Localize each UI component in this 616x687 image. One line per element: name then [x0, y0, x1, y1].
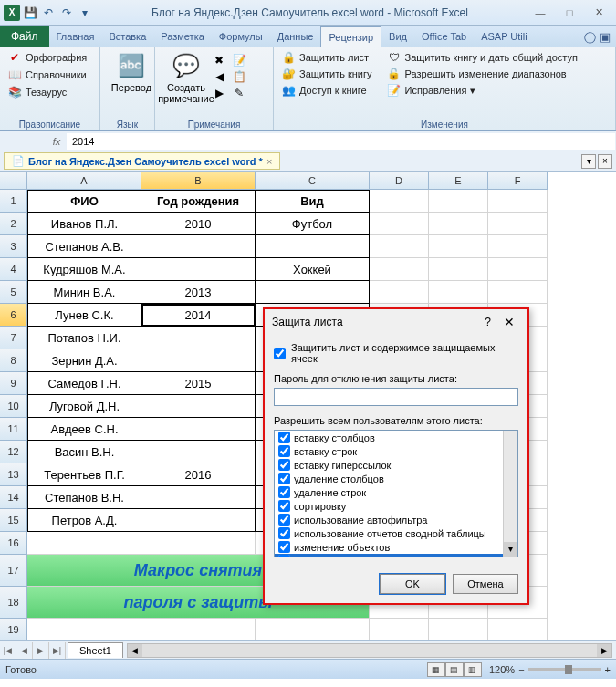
permission-checkbox[interactable]: [278, 555, 290, 557]
ribbon-min-icon[interactable]: ▣: [600, 30, 611, 47]
dialog-help-icon[interactable]: ?: [477, 316, 498, 328]
row-header[interactable]: 5: [0, 281, 27, 304]
permission-item[interactable]: изменение сценариев: [275, 554, 517, 557]
scroll-down-icon[interactable]: ▾: [504, 542, 517, 557]
cell[interactable]: [370, 235, 429, 258]
cell[interactable]: [488, 235, 548, 258]
close-doc-icon[interactable]: ×: [266, 156, 272, 167]
cell[interactable]: [488, 619, 548, 640]
cell[interactable]: [429, 235, 488, 258]
cell[interactable]: [370, 619, 429, 640]
cell[interactable]: [429, 619, 488, 640]
fx-icon[interactable]: fx: [47, 136, 66, 147]
col-header[interactable]: D: [370, 172, 429, 190]
col-header[interactable]: F: [488, 172, 548, 190]
cell[interactable]: [256, 619, 370, 640]
cell[interactable]: [141, 509, 256, 532]
reference-button[interactable]: 📖Справочники: [5, 67, 94, 83]
cell[interactable]: [141, 418, 256, 441]
permission-checkbox[interactable]: [278, 541, 290, 553]
file-tab[interactable]: Файл: [0, 26, 49, 47]
minimize-button[interactable]: —: [527, 4, 554, 22]
permission-checkbox[interactable]: [278, 514, 290, 526]
tab-data[interactable]: Данные: [270, 26, 321, 47]
cell[interactable]: Вид: [256, 190, 370, 213]
col-header[interactable]: A: [27, 172, 141, 190]
cell[interactable]: [429, 258, 488, 281]
tab-asap[interactable]: ASAP Utili: [474, 26, 535, 47]
sheet-nav-first-icon[interactable]: |◀: [0, 642, 16, 659]
share-book-button[interactable]: 👥Доступ к книге: [279, 82, 374, 99]
cell[interactable]: [141, 327, 256, 349]
cell[interactable]: [27, 532, 141, 555]
cell[interactable]: Степанов В.Н.: [27, 486, 141, 509]
horizontal-scrollbar[interactable]: ◀ ▶: [127, 643, 612, 658]
permission-checkbox[interactable]: [278, 486, 290, 498]
cell[interactable]: [256, 281, 370, 304]
cell[interactable]: [370, 281, 429, 304]
permission-item[interactable]: сортировку: [275, 499, 517, 513]
next-comment-icon[interactable]: ▶: [212, 86, 226, 100]
cell[interactable]: Хоккей: [256, 258, 370, 281]
permissions-list[interactable]: вставку столбцов вставку строк вставку г…: [274, 430, 518, 557]
cell[interactable]: ФИО: [27, 190, 141, 213]
cell[interactable]: [488, 213, 548, 235]
cell[interactable]: [141, 349, 256, 372]
cell[interactable]: 2015: [141, 372, 256, 395]
cell[interactable]: 2014: [141, 304, 256, 327]
tab-formulas[interactable]: Формулы: [212, 26, 270, 47]
cell[interactable]: Кудряшов М.А.: [27, 258, 141, 281]
protect-checkbox-row[interactable]: Защитить лист и содержимое защищаемых яч…: [274, 342, 518, 364]
cell[interactable]: [141, 486, 256, 509]
cell[interactable]: 2013: [141, 281, 256, 304]
row-header[interactable]: 18: [0, 587, 27, 619]
cell[interactable]: Год рождения: [141, 190, 256, 213]
tab-insert[interactable]: Вставка: [101, 26, 153, 47]
col-header[interactable]: B: [141, 172, 256, 190]
cell[interactable]: [141, 395, 256, 418]
redo-icon[interactable]: ↷: [58, 5, 75, 21]
prev-comment-icon[interactable]: ◀: [212, 69, 226, 84]
cell[interactable]: [370, 258, 429, 281]
row-header[interactable]: 2: [0, 213, 27, 235]
permission-item[interactable]: вставку гиперссылок: [275, 458, 517, 472]
maximize-button[interactable]: □: [556, 4, 583, 22]
undo-icon[interactable]: ↶: [40, 5, 57, 21]
cell[interactable]: [370, 190, 429, 213]
permission-item[interactable]: использование отчетов сводной таблицы: [275, 526, 517, 540]
show-comment-icon[interactable]: 📝: [232, 53, 246, 68]
permission-item[interactable]: изменение объектов: [275, 540, 517, 554]
protect-share-button[interactable]: 🛡Защитить книгу и дать общий доступ: [385, 49, 579, 66]
row-header[interactable]: 10: [0, 395, 27, 418]
permission-item[interactable]: вставку столбцов: [275, 431, 517, 444]
row-header[interactable]: 14: [0, 486, 27, 509]
show-ink-icon[interactable]: ✎: [232, 86, 246, 100]
permission-checkbox[interactable]: [278, 459, 290, 471]
allow-ranges-button[interactable]: 🔓Разрешить изменение диапазонов: [385, 66, 579, 82]
cell[interactable]: [141, 441, 256, 463]
save-icon[interactable]: 💾: [22, 5, 38, 21]
row-header[interactable]: 4: [0, 258, 27, 281]
tab-office[interactable]: Office Tab: [414, 26, 474, 47]
permission-item[interactable]: удаление столбцов: [275, 472, 517, 485]
cell[interactable]: [141, 619, 256, 640]
name-box[interactable]: [0, 131, 47, 151]
row-header[interactable]: 12: [0, 441, 27, 463]
show-all-icon[interactable]: 📋: [232, 69, 246, 84]
password-input[interactable]: [274, 388, 518, 406]
row-header[interactable]: 17: [0, 555, 27, 587]
cell[interactable]: Петров А.Д.: [27, 509, 141, 532]
cell[interactable]: [141, 258, 256, 281]
doctab-dropdown-icon[interactable]: ▾: [581, 154, 596, 169]
cell[interactable]: [256, 235, 370, 258]
permission-checkbox[interactable]: [278, 432, 290, 443]
zoom-in-icon[interactable]: +: [605, 664, 611, 675]
cell[interactable]: Авдеев С.Н.: [27, 418, 141, 441]
formula-input[interactable]: [67, 133, 615, 150]
col-header[interactable]: C: [256, 172, 370, 190]
cell[interactable]: Лунев С.К.: [27, 304, 141, 327]
select-all-corner[interactable]: [0, 172, 27, 190]
view-pagebreak-icon[interactable]: ▥: [464, 662, 482, 677]
row-header[interactable]: 9: [0, 372, 27, 395]
row-header[interactable]: 8: [0, 349, 27, 372]
